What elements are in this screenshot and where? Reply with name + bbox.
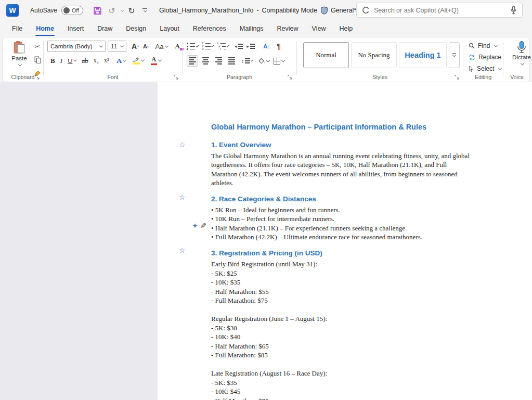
text-effects-button[interactable]: A bbox=[114, 56, 127, 66]
heading-star-icon[interactable]: ☆ bbox=[179, 246, 186, 254]
styles-dialog-launcher[interactable] bbox=[455, 75, 460, 80]
align-center-icon bbox=[202, 57, 209, 64]
sensitivity-label: General* bbox=[331, 7, 356, 14]
chevron-down-icon bbox=[123, 58, 126, 62]
align-left-button[interactable] bbox=[187, 55, 198, 67]
editing-group-label: Editing bbox=[475, 74, 491, 80]
multilevel-list-button[interactable]: 1 a i bbox=[217, 41, 228, 52]
paste-label: Paste bbox=[11, 55, 27, 61]
justify-icon bbox=[228, 57, 235, 64]
borders-button[interactable] bbox=[273, 55, 284, 67]
tab-references[interactable]: References bbox=[186, 22, 233, 36]
microphone-icon bbox=[510, 6, 517, 15]
pricing-item: - Half Marathon: $65 bbox=[211, 342, 474, 351]
copilot-search-box[interactable] bbox=[356, 3, 523, 18]
shrink-font-button[interactable]: A^ bbox=[141, 42, 151, 50]
tab-review[interactable]: Review bbox=[270, 22, 305, 36]
justify-button[interactable] bbox=[226, 55, 237, 67]
change-case-button[interactable]: Aa bbox=[153, 42, 170, 51]
font-size-combo[interactable]: 11 bbox=[108, 41, 126, 52]
replace-button[interactable]: Replace bbox=[469, 52, 503, 62]
tab-insert[interactable]: Insert bbox=[61, 22, 90, 36]
align-center-button[interactable] bbox=[200, 55, 211, 67]
superscript-button[interactable]: x² bbox=[102, 56, 111, 66]
tab-help[interactable]: Help bbox=[332, 22, 359, 36]
heading-star-icon[interactable]: ☆ bbox=[179, 140, 186, 149]
font-name-combo[interactable]: Cambria (Body) bbox=[47, 41, 106, 52]
style-no-spacing[interactable]: No Spacing bbox=[351, 42, 397, 68]
find-button[interactable]: Find bbox=[469, 41, 503, 51]
more-styles-button[interactable] bbox=[449, 42, 460, 68]
undo-button[interactable]: ↺ bbox=[105, 4, 119, 17]
increase-indent-button[interactable]: ▸ bbox=[245, 41, 256, 52]
align-right-icon bbox=[215, 57, 222, 64]
strikethrough-button[interactable]: ab bbox=[80, 56, 90, 66]
grow-font-button[interactable]: A^ bbox=[129, 41, 141, 51]
paragraph-dialog-launcher[interactable] bbox=[288, 75, 293, 80]
clear-formatting-button[interactable]: A bbox=[173, 41, 182, 51]
chevron-down-icon bbox=[494, 43, 498, 47]
text-highlight-button[interactable] bbox=[131, 56, 146, 66]
font-color-button[interactable]: A bbox=[149, 55, 163, 66]
highlight-color-bar bbox=[133, 62, 140, 64]
search-input[interactable] bbox=[374, 7, 510, 14]
list-item: 5K Run – Ideal for beginners and fun run… bbox=[211, 205, 474, 214]
shading-button[interactable] bbox=[258, 55, 269, 67]
bullets-button[interactable] bbox=[187, 41, 198, 52]
dictate-button[interactable]: Dictate bbox=[508, 41, 532, 67]
tab-draw[interactable]: Draw bbox=[90, 22, 119, 36]
font-dialog-launcher[interactable] bbox=[174, 75, 179, 80]
tab-view[interactable]: View bbox=[305, 22, 333, 36]
style-heading-1[interactable]: Heading 1 bbox=[399, 42, 447, 68]
show-formatting-button[interactable]: ¶ bbox=[273, 41, 284, 52]
pricing-item: - Full Marathon: $85 bbox=[211, 351, 474, 359]
redo-button[interactable]: ↻ bbox=[125, 4, 138, 17]
italic-button[interactable]: I bbox=[58, 56, 64, 66]
chevron-down-icon bbox=[18, 63, 22, 67]
numbering-button[interactable]: 1 2 3 bbox=[202, 41, 213, 52]
align-right-button[interactable] bbox=[213, 55, 224, 67]
clipboard-group: Paste ✂ Clipboard bbox=[3, 37, 43, 82]
search-icon bbox=[469, 43, 475, 49]
save-button[interactable] bbox=[90, 4, 104, 17]
select-button[interactable]: Select bbox=[469, 63, 503, 74]
shield-icon bbox=[320, 6, 328, 15]
clipboard-dialog-launcher[interactable] bbox=[35, 75, 40, 80]
decrease-indent-button[interactable]: ◂ bbox=[233, 41, 244, 52]
line-spacing-button[interactable]: ↕ bbox=[241, 55, 253, 67]
autosave-toggle[interactable]: Off bbox=[61, 6, 83, 15]
paint-bucket-icon bbox=[258, 58, 265, 64]
tab-home[interactable]: Home bbox=[29, 22, 61, 36]
style-normal[interactable]: Normal bbox=[303, 42, 349, 68]
borders-grid-icon bbox=[274, 58, 280, 64]
font-group: Cambria (Body) 11 A^ A^ Aa A B I bbox=[44, 37, 182, 82]
race-category-list: 5K Run – Ideal for beginners and fun run… bbox=[211, 205, 474, 241]
cut-button[interactable]: ✂ bbox=[32, 41, 43, 52]
title-separator: - bbox=[256, 7, 258, 14]
tab-layout[interactable]: Layout bbox=[153, 22, 186, 36]
pricing-block-late: Late Registration (August 16 – Race Day)… bbox=[211, 369, 474, 400]
document-page[interactable]: ☆ ☆ ✎✦ ☆ Global Harmony Marathon – Parti… bbox=[158, 82, 532, 400]
paste-button[interactable]: Paste bbox=[8, 41, 31, 68]
subscript-button[interactable]: x₂ bbox=[92, 56, 101, 66]
pricing-item: - Half Marathon: $75 bbox=[211, 396, 474, 400]
pricing-item: - 5K: $25 bbox=[211, 269, 474, 278]
voice-group: Dictate Voice bbox=[503, 37, 530, 82]
copy-button[interactable] bbox=[32, 54, 43, 66]
customize-quick-access-button[interactable] bbox=[139, 4, 150, 17]
chevron-down-icon bbox=[498, 66, 502, 70]
tab-design[interactable]: Design bbox=[119, 22, 153, 36]
heading-star-icon[interactable]: ☆ bbox=[179, 193, 186, 201]
tab-file[interactable]: File bbox=[5, 22, 29, 36]
bold-button[interactable]: B bbox=[48, 56, 57, 66]
pricing-label: Regular Registration (June 1 – August 15… bbox=[211, 314, 474, 323]
underline-button[interactable]: U bbox=[66, 56, 79, 66]
chevron-down-icon bbox=[158, 58, 162, 62]
multilevel-list-icon: 1 a i bbox=[217, 43, 226, 50]
chevron-down-icon bbox=[196, 44, 199, 47]
tab-mailings[interactable]: Mailings bbox=[233, 22, 270, 36]
undo-dropdown-chevron-icon[interactable] bbox=[121, 8, 124, 11]
copilot-icon bbox=[362, 6, 370, 14]
pricing-block-early-bird: Early Bird Registration (until May 31): … bbox=[211, 260, 474, 305]
sort-button[interactable]: A↓ bbox=[261, 41, 273, 52]
